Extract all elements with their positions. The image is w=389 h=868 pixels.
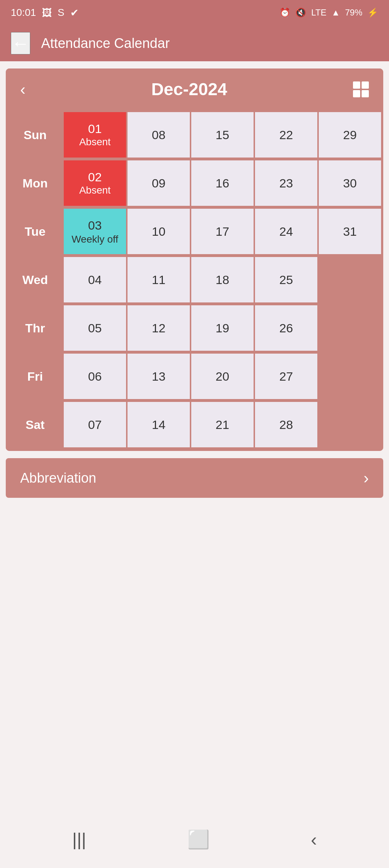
day-cell-13[interactable]: 13 [127,353,191,400]
prev-month-button[interactable]: ‹ [20,80,26,98]
check-icon: ✔ [70,7,79,19]
back-nav-button[interactable]: ‹ [311,829,317,850]
status-left: 10:01 🖼 S ✔ [11,7,79,19]
thursday-row: Thr 05 12 19 26 [7,305,382,351]
day-cell-20[interactable]: 20 [191,353,254,400]
day-cell-25[interactable]: 25 [254,256,318,303]
wednesday-label: Wed [7,256,63,303]
signal-icon: ▲ [331,8,340,18]
sunday-label: Sun [7,111,63,158]
day-cell-thr-empty [318,305,382,351]
status-right: ⏰ 🔇 LTE ▲ 79% ⚡ [280,8,378,18]
day-cell-14[interactable]: 14 [127,401,191,448]
day-cell-02[interactable]: 02 Absent [63,160,127,207]
day-cell-26[interactable]: 26 [254,305,318,351]
abbreviation-arrow-icon: › [363,469,369,487]
wednesday-row: Wed 04 11 18 25 [7,256,382,303]
day-cell-01[interactable]: 01 Absent [63,111,127,158]
day-cell-21[interactable]: 21 [191,401,254,448]
day-cell-22[interactable]: 22 [254,111,318,158]
home-button[interactable]: ⬜ [187,829,210,850]
friday-label: Fri [7,353,63,400]
status-bar: 10:01 🖼 S ✔ ⏰ 🔇 LTE ▲ 79% ⚡ [0,0,389,25]
day-cell-08[interactable]: 08 [127,111,191,158]
day-cell-09[interactable]: 09 [127,160,191,207]
friday-row: Fri 06 13 20 27 [7,353,382,400]
monday-row: Mon 02 Absent 09 16 23 30 [7,160,382,207]
tuesday-label: Tue [7,208,63,255]
day-cell-04[interactable]: 04 [63,256,127,303]
day-cell-05[interactable]: 05 [63,305,127,351]
day-cell-23[interactable]: 23 [254,160,318,207]
back-button[interactable]: ← [11,32,30,54]
day-cell-30[interactable]: 30 [318,160,382,207]
day-cell-28[interactable]: 28 [254,401,318,448]
s-icon: S [58,7,64,18]
day-cell-31[interactable]: 31 [318,208,382,255]
battery-display: 79% [345,8,362,18]
day-cell-wed-empty [318,256,382,303]
day-cell-fri-empty [318,353,382,400]
monday-label: Mon [7,160,63,207]
time-display: 10:01 [11,7,36,18]
bottom-nav: ||| ⬜ ‹ [0,822,389,857]
day-cell-sat-empty [318,401,382,448]
month-title: Dec-2024 [151,79,227,99]
day-cell-10[interactable]: 10 [127,208,191,255]
saturday-row: Sat 07 14 21 28 [7,401,382,448]
day-cell-11[interactable]: 11 [127,256,191,303]
day-cell-15[interactable]: 15 [191,111,254,158]
lte-icon: LTE [311,8,326,18]
calendar-container: ‹ Dec-2024 Sun 01 Absent 08 15 [6,68,383,451]
day-cell-17[interactable]: 17 [191,208,254,255]
day-cell-29[interactable]: 29 [318,111,382,158]
thursday-label: Thr [7,305,63,351]
day-cell-07[interactable]: 07 [63,401,127,448]
day-cell-24[interactable]: 24 [254,208,318,255]
abbreviation-bar[interactable]: Abbreviation › [6,458,383,498]
day-cell-19[interactable]: 19 [191,305,254,351]
day-cell-12[interactable]: 12 [127,305,191,351]
photo-icon: 🖼 [42,7,52,19]
grid-icon [353,81,369,97]
alarm-icon: ⏰ [280,8,290,18]
day-cell-16[interactable]: 16 [191,160,254,207]
page-title: Attendance Calendar [41,36,170,51]
mute-icon: 🔇 [295,8,306,18]
recent-apps-button[interactable]: ||| [72,829,86,850]
day-cell-06[interactable]: 06 [63,353,127,400]
calendar-grid: Sun 01 Absent 08 15 22 29 Mon [6,110,383,451]
list-view-button[interactable] [353,81,369,97]
day-cell-18[interactable]: 18 [191,256,254,303]
saturday-label: Sat [7,401,63,448]
day-cell-03[interactable]: 03 Weekly off [63,208,127,255]
abbreviation-label: Abbreviation [20,470,96,486]
month-header: ‹ Dec-2024 [6,68,383,110]
tuesday-row: Tue 03 Weekly off 10 17 24 31 [7,208,382,255]
battery-icon: ⚡ [367,8,378,18]
app-header: ← Attendance Calendar [0,25,389,61]
sunday-row: Sun 01 Absent 08 15 22 29 [7,111,382,158]
day-cell-27[interactable]: 27 [254,353,318,400]
